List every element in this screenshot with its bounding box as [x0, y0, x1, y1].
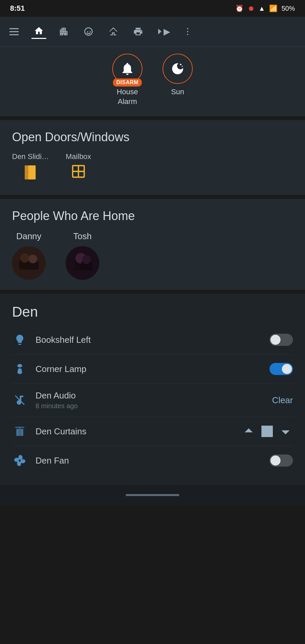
person-danny[interactable]: Danny — [12, 231, 46, 280]
curtain-down-button[interactable] — [278, 424, 293, 439]
den-title: Den — [12, 304, 293, 320]
alarm-circle: DISARM — [112, 54, 142, 84]
bookshelf-left-toggle[interactable] — [269, 334, 293, 346]
door-items-list: Den Slidi… Mailbox — [12, 152, 293, 185]
svg-point-25 — [19, 460, 21, 462]
open-doors-title: Open Doors/Windows — [12, 130, 293, 144]
window-icon — [71, 164, 86, 183]
svg-point-15 — [28, 255, 37, 263]
door-item-mailbox[interactable]: Mailbox — [66, 152, 91, 183]
den-section: Den Bookshelf Left Corner Lamp — [0, 294, 305, 485]
home-icon — [34, 26, 44, 36]
signal-icon: 📶 — [269, 4, 278, 12]
record-icon: ⏺ — [248, 5, 254, 12]
house-alarm-button[interactable]: DISARM House Alarm — [112, 54, 142, 106]
svg-point-21 — [82, 255, 91, 264]
door-item-den[interactable]: Den Slidi… — [12, 152, 49, 185]
lamp-icon — [12, 361, 27, 377]
device-bookshelf-left: Bookshelf Left — [12, 325, 293, 355]
den-audio-sub: 8 minutes ago — [36, 402, 264, 410]
device-den-fan: Den Fan — [12, 446, 293, 475]
den-door-label: Den Slidi… — [12, 152, 49, 161]
audio-icon — [12, 392, 27, 408]
arrow-right-icon — [156, 26, 164, 37]
den-fan-name: Den Fan — [36, 455, 261, 466]
nav-face-button[interactable] — [81, 24, 96, 39]
danny-avatar-img — [12, 246, 46, 280]
wifi-icon: ▲ — [258, 5, 265, 12]
mailbox-label: Mailbox — [66, 152, 91, 161]
status-time: 8:51 — [10, 4, 25, 13]
fan-icon — [12, 453, 27, 468]
svg-point-2 — [187, 34, 188, 35]
device-corner-lamp: Corner Lamp — [12, 355, 293, 384]
curtain-stop-button[interactable] — [261, 426, 273, 437]
more-dots-icon — [183, 26, 193, 37]
alarm-icon: ⏰ — [235, 4, 244, 12]
disarm-badge: DISARM — [113, 78, 142, 87]
bell-icon — [120, 61, 135, 76]
people-list: Danny Tosh — [12, 231, 293, 280]
svg-point-3 — [180, 64, 181, 65]
svg-rect-22 — [66, 270, 99, 280]
tosh-avatar — [66, 246, 99, 280]
svg-rect-24 — [19, 427, 20, 436]
nav-next-button[interactable]: ▶ — [156, 24, 170, 39]
house2-icon — [108, 26, 118, 37]
nav-icons: ▶ — [7, 24, 195, 39]
svg-point-1 — [187, 31, 188, 32]
window-svg-icon — [71, 164, 86, 179]
corner-lamp-name: Corner Lamp — [36, 364, 261, 374]
device-den-curtains: Den Curtains — [12, 417, 293, 446]
home-indicator — [126, 494, 179, 496]
nav-home-button[interactable] — [32, 24, 46, 39]
alarm-label: House Alarm — [117, 87, 138, 106]
svg-point-4 — [182, 66, 183, 67]
nav-building-button[interactable] — [56, 24, 71, 39]
hamburger-icon — [9, 28, 19, 35]
nav-more-button[interactable] — [180, 24, 195, 39]
status-icons: ⏰ ⏺ ▲ 📶 50% — [235, 4, 295, 12]
bottom-bar — [0, 485, 305, 505]
people-home-title: People Who Are Home — [12, 209, 293, 223]
quick-actions-row: DISARM House Alarm Sun — [0, 47, 305, 116]
svg-rect-6 — [25, 165, 28, 179]
bookshelf-left-name: Bookshelf Left — [36, 335, 261, 345]
people-home-section: People Who Are Home Danny Tosh — [0, 199, 305, 290]
print-icon — [133, 26, 143, 37]
moon-star-icon — [170, 61, 185, 76]
door-svg-icon — [23, 164, 38, 181]
den-audio-clear-button[interactable]: Clear — [272, 395, 293, 406]
svg-point-7 — [27, 172, 29, 173]
nav-print-button[interactable] — [131, 24, 145, 39]
tosh-name: Tosh — [73, 231, 92, 241]
person-tosh[interactable]: Tosh — [66, 231, 99, 280]
nav-bar: ▶ — [0, 17, 305, 47]
nav-menu-button[interactable] — [7, 24, 21, 39]
den-audio-info: Den Audio 8 minutes ago — [36, 390, 264, 410]
svg-point-0 — [187, 28, 188, 29]
den-curtains-info: Den Curtains — [36, 426, 233, 437]
svg-rect-16 — [12, 270, 46, 280]
corner-lamp-info: Corner Lamp — [36, 364, 261, 374]
open-doors-section: Open Doors/Windows Den Slidi… Mailbox — [0, 120, 305, 195]
den-audio-name: Den Audio — [36, 390, 264, 401]
toggle-knob-fan — [270, 455, 281, 466]
sun-circle — [163, 54, 193, 84]
corner-lamp-toggle[interactable] — [269, 363, 293, 375]
face-icon — [83, 26, 94, 37]
curtains-icon — [12, 424, 27, 439]
sun-label: Sun — [171, 87, 184, 97]
device-den-audio: Den Audio 8 minutes ago Clear — [12, 384, 293, 417]
bulb-icon — [12, 332, 27, 347]
tosh-avatar-img — [66, 246, 99, 280]
den-fan-toggle[interactable] — [269, 454, 293, 467]
nav-house2-button[interactable] — [106, 24, 121, 39]
battery-icon: 50% — [282, 5, 295, 12]
sun-mode-button[interactable]: Sun — [163, 54, 193, 106]
status-bar: 8:51 ⏰ ⏺ ▲ 📶 50% — [0, 0, 305, 17]
curtain-up-button[interactable] — [241, 424, 256, 439]
danny-avatar — [12, 246, 46, 280]
den-fan-info: Den Fan — [36, 455, 261, 466]
svg-rect-5 — [28, 165, 36, 179]
